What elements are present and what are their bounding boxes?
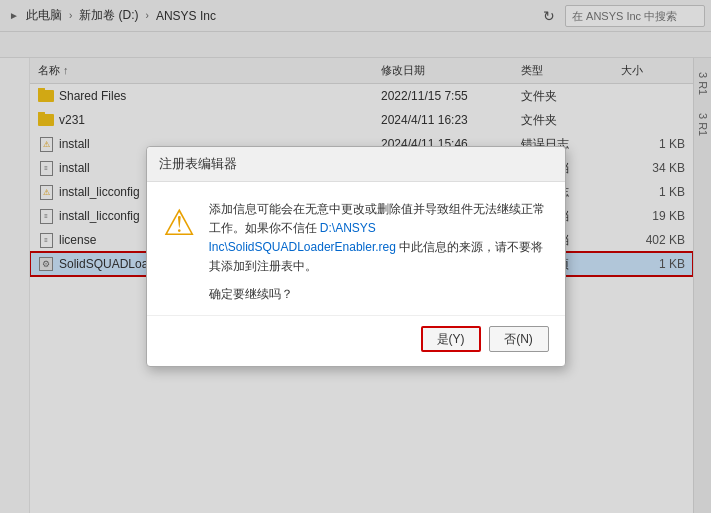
dialog-message-line1: 添加信息可能会在无意中更改或删除值并导致组件无法继续正常工作。如果你不信任	[209, 202, 545, 235]
dialog-overlay: 注册表编辑器 ⚠ 添加信息可能会在无意中更改或删除值并导致组件无法继续正常工作。…	[0, 0, 711, 513]
dialog-body: ⚠ 添加信息可能会在无意中更改或删除值并导致组件无法继续正常工作。如果你不信任 …	[147, 182, 565, 316]
yes-button[interactable]: 是(Y)	[421, 326, 481, 352]
dialog-message: 添加信息可能会在无意中更改或删除值并导致组件无法继续正常工作。如果你不信任 D:…	[209, 200, 549, 277]
registry-dialog: 注册表编辑器 ⚠ 添加信息可能会在无意中更改或删除值并导致组件无法继续正常工作。…	[146, 146, 566, 368]
dialog-content: 添加信息可能会在无意中更改或删除值并导致组件无法继续正常工作。如果你不信任 D:…	[209, 200, 549, 304]
dialog-question: 确定要继续吗？	[209, 286, 549, 303]
dialog-footer: 是(Y) 否(N)	[147, 315, 565, 366]
warning-icon: ⚠	[163, 202, 195, 244]
no-button[interactable]: 否(N)	[489, 326, 549, 352]
dialog-titlebar: 注册表编辑器	[147, 147, 565, 182]
